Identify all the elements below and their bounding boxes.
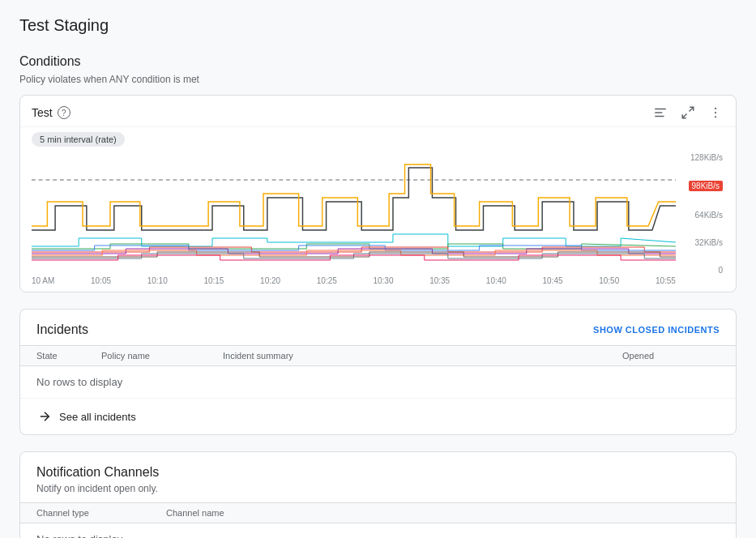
chart-header: Test ?: [20, 96, 736, 127]
more-options-button[interactable]: [707, 104, 724, 122]
x-label-2: 10:10: [147, 276, 168, 285]
incidents-card: Incidents SHOW CLOSED INCIDENTS State Po…: [19, 309, 737, 435]
fullscreen-button[interactable]: [679, 104, 697, 122]
y-axis-labels: 128KiB/s 98KiB/s 64KiB/s 32KiB/s 0: [676, 153, 724, 275]
x-label-1: 10:05: [91, 276, 111, 285]
notification-subtitle: Notify on incident open only.: [20, 483, 736, 502]
incidents-header: Incidents SHOW CLOSED INCIDENTS: [20, 310, 736, 345]
incidents-title: Incidents: [36, 322, 88, 337]
svg-line-4: [682, 114, 686, 118]
chart-title: Test: [32, 106, 53, 119]
x-label-3: 10:15: [203, 276, 224, 285]
page-title: Test Staging: [19, 16, 737, 35]
notification-channels-card: Notification Channels Notify on incident…: [19, 451, 737, 538]
col-channel-name: Channel name: [166, 508, 720, 518]
chart-actions: [651, 104, 724, 122]
y-label-64: 64KiB/s: [695, 211, 723, 220]
y-label-128: 128KiB/s: [690, 153, 723, 162]
notification-title: Notification Channels: [36, 465, 720, 480]
x-label-0: 10 AM: [32, 276, 54, 285]
chart-area: 128KiB/s 98KiB/s 64KiB/s 32KiB/s 0: [32, 153, 724, 275]
col-channel-type: Channel type: [36, 508, 166, 518]
show-closed-incidents-button[interactable]: SHOW CLOSED INCIDENTS: [593, 325, 720, 335]
y-label-32: 32KiB/s: [695, 238, 723, 247]
legend-toggle-button[interactable]: [651, 104, 669, 122]
x-label-9: 10:45: [543, 276, 563, 285]
x-label-8: 10:40: [486, 276, 506, 285]
notification-no-rows: No rows to display: [20, 523, 736, 538]
incidents-table-header: State Policy name Incident summary Opene…: [20, 345, 736, 366]
chart-title-area: Test ?: [32, 106, 70, 119]
col-incident-summary: Incident summary: [223, 351, 622, 361]
notification-table-header: Channel type Channel name: [20, 502, 736, 523]
conditions-title: Conditions: [19, 54, 737, 69]
x-label-11: 10:55: [656, 276, 676, 285]
col-opened: Opened: [622, 351, 720, 361]
x-label-4: 10:20: [260, 276, 280, 285]
chart-container: 128KiB/s 98KiB/s 64KiB/s 32KiB/s 0 10 AM…: [20, 150, 736, 292]
x-axis-labels: 10 AM 10:05 10:10 10:15 10:20 10:25 10:3…: [32, 275, 676, 285]
svg-point-6: [715, 112, 716, 113]
incidents-section: Incidents SHOW CLOSED INCIDENTS State Po…: [19, 309, 737, 435]
see-all-incidents-link[interactable]: See all incidents: [20, 399, 736, 434]
incidents-no-rows: No rows to display: [20, 366, 736, 399]
col-policy-name: Policy name: [101, 351, 223, 361]
svg-line-3: [690, 107, 694, 111]
interval-badge[interactable]: 5 min interval (rate): [32, 132, 125, 147]
see-all-label: See all incidents: [59, 411, 136, 423]
chart-svg: [32, 153, 676, 275]
svg-point-7: [715, 116, 716, 117]
help-icon[interactable]: ?: [58, 106, 70, 119]
x-label-7: 10:35: [429, 276, 450, 285]
x-label-10: 10:50: [599, 276, 619, 285]
svg-point-5: [715, 108, 716, 109]
threshold-badge: 98KiB/s: [689, 181, 723, 191]
x-label-5: 10:25: [317, 276, 337, 285]
notification-channels-section: Notification Channels Notify on incident…: [19, 451, 737, 538]
conditions-section: Conditions Policy violates when ANY cond…: [19, 54, 737, 292]
col-state: State: [36, 351, 101, 361]
arrow-right-icon: [36, 408, 53, 425]
conditions-subtitle: Policy violates when ANY condition is me…: [19, 74, 737, 85]
notification-header: Notification Channels: [20, 452, 736, 483]
x-label-6: 10:30: [373, 276, 393, 285]
conditions-card: Test ?: [19, 95, 737, 292]
y-label-0: 0: [718, 266, 723, 275]
